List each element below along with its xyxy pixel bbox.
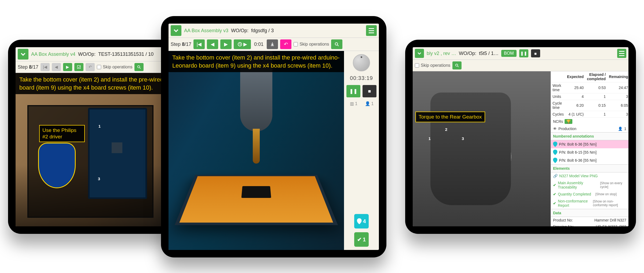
step-first-button: |◀: [41, 63, 50, 71]
link-icon: 🔗: [553, 174, 558, 178]
trophy-icon: 🏆: [565, 119, 572, 124]
check-icon: ✔: [553, 201, 556, 205]
annotation-pin-1[interactable]: 1: [96, 123, 104, 133]
annotation-item[interactable]: P/N: Bolt 6-36 [55 Nm]: [551, 156, 628, 164]
step-prev-button: ◀: [52, 63, 61, 71]
skip-operations-checkbox[interactable]: Skip operations: [294, 42, 329, 47]
skip-operations-checkbox[interactable]: Skip operations: [415, 63, 450, 68]
annotation-pin-1[interactable]: 1: [426, 135, 434, 145]
assembly-title[interactable]: bly v2 , rev …: [427, 51, 456, 56]
stepbar: Step 8/17 |◀ ◀ ▶ ▶ 0:01 ↶ Skip operation…: [169, 38, 379, 51]
svg-rect-0: [77, 65, 80, 68]
svg-point-6: [335, 43, 338, 45]
svg-line-2: [140, 68, 141, 69]
check-icon: ✔: [357, 236, 362, 243]
timer-restart-button[interactable]: ▶: [234, 39, 251, 49]
skip-operations-checkbox[interactable]: Skip operations: [97, 65, 132, 69]
svg-point-3: [456, 64, 458, 66]
table-row: Cycle time6:200:156:05: [551, 100, 628, 111]
data-kv-row: Product No:Hammer Drill N327: [551, 217, 628, 223]
mini-timer: 0:01: [253, 42, 265, 47]
zoom-button[interactable]: [134, 63, 144, 71]
stepbar: Skip operations: [413, 60, 628, 71]
element-item[interactable]: ✔Non-conformance Report [Show on non-con…: [551, 198, 628, 209]
step-next-button[interactable]: ▶: [220, 39, 232, 49]
barrier-icon: ▥: [350, 101, 354, 106]
step-next-button[interactable]: ▶: [63, 63, 72, 71]
annotation-pin-3[interactable]: 3: [95, 175, 103, 186]
annotation-pin-2[interactable]: 2: [442, 126, 450, 136]
menu-button[interactable]: [617, 49, 626, 58]
data-section-title: Data: [551, 209, 628, 217]
step-indicator: Step 8/17: [171, 42, 191, 47]
download-button[interactable]: [267, 39, 278, 49]
wo-value: TEST-135131351531 / 10: [98, 51, 153, 57]
stop-button[interactable]: ■: [363, 85, 376, 97]
wo-label: WO/Op:: [231, 28, 248, 34]
expand-button[interactable]: [171, 25, 181, 36]
annotation-item[interactable]: P/N: Bolt 6-36 [55 Nm]: [551, 140, 628, 148]
annotations-section-title: Numbered annotations: [551, 132, 628, 140]
wo-label: WO/Op:: [459, 51, 476, 56]
eye-icon: 👁: [553, 127, 557, 131]
table-row: Cycles4 (1 U/C)13: [551, 111, 628, 118]
check-icon: ✔: [553, 192, 556, 196]
element-item[interactable]: 🔗N327 Model View PNG: [551, 172, 628, 179]
elapsed-time: 00:33:19: [350, 75, 373, 81]
pause-button[interactable]: ❚❚: [346, 85, 360, 97]
person-icon: 👤: [618, 127, 623, 131]
element-item[interactable]: ✔Quantity Completed [Show on stop]: [551, 191, 628, 198]
expand-button[interactable]: [415, 49, 424, 58]
wo-value: t5t5 / 1…: [479, 51, 499, 56]
assembly-title[interactable]: AA Box Assembly v4: [31, 51, 75, 57]
ncrs-row[interactable]: NCRs 🏆: [551, 118, 628, 125]
elements-section-title: Elements: [551, 164, 628, 172]
wo-value: fdgsdfg / 3: [251, 28, 274, 34]
production-row[interactable]: 👁 Production 👤 1: [551, 125, 628, 132]
zoom-button[interactable]: [452, 61, 462, 69]
assembly-title[interactable]: AA Box Assembly v3: [184, 28, 228, 34]
side-panel: 00:33:19 ❚❚ ■ ▥1 👤1 4 ✔ 1: [344, 51, 379, 250]
element-item[interactable]: ✔Main Assembly Traceability [Show on eve…: [551, 179, 628, 191]
undo-button[interactable]: ↶: [280, 39, 291, 49]
annotation-pin-3[interactable]: 3: [459, 135, 467, 145]
instruction-banner: Take the bottom cover (item 2) and insta…: [169, 51, 344, 72]
wo-label: WO/Op:: [78, 51, 96, 57]
pause-button[interactable]: ❚❚: [519, 49, 528, 57]
zoom-button[interactable]: [331, 39, 342, 49]
hint-box: Use the Philips #2 driver: [39, 125, 85, 142]
step-first-button[interactable]: |◀: [193, 39, 205, 49]
step-image: Take the bottom cover (item 2) and insta…: [169, 51, 344, 250]
bom-button[interactable]: BOM: [501, 50, 516, 57]
green-badge-tile[interactable]: ✔ 1: [354, 232, 369, 247]
stop-button[interactable]: ■: [531, 49, 540, 57]
svg-line-7: [338, 45, 339, 46]
step-image: Torque to the Rear Gearbox 1 2 3: [413, 71, 551, 226]
cyan-badge-tile[interactable]: 4: [354, 214, 369, 228]
svg-point-1: [138, 66, 140, 68]
topbar: AA Box Assembly v3 WO/Op: fdgsdfg / 3: [169, 24, 379, 38]
data-kv-row: Drawing No:HD-FA-N327_R03: [551, 223, 628, 226]
person-icon: 👤: [365, 101, 370, 106]
topbar: bly v2 , rev … WO/Op: t5t5 / 1… BOM ❚❚ ■: [413, 47, 628, 60]
step-indicator: Step 8/17: [18, 64, 38, 70]
svg-line-4: [458, 66, 459, 67]
operator-stats: ▥1 👤1: [347, 101, 376, 106]
table-row: Units413: [551, 93, 628, 100]
step-prev-button[interactable]: ◀: [207, 39, 218, 49]
menu-button[interactable]: [366, 25, 377, 36]
store-button[interactable]: [74, 63, 83, 71]
tablet-center: AA Box Assembly v3 WO/Op: fdgsdfg / 3 St…: [161, 16, 386, 257]
annotation-item[interactable]: P/N: Bolt 6-15 [55 Nm]: [551, 148, 628, 156]
table-row: Work time25:400:5324:47: [551, 82, 628, 93]
expand-button[interactable]: [18, 49, 28, 60]
speed-knob[interactable]: [353, 54, 370, 71]
right-panel: Expected Elapsed / completed Remaining W…: [551, 71, 628, 226]
undo-button: ↶: [86, 63, 95, 71]
metrics-table: Expected Elapsed / completed Remaining W…: [551, 71, 628, 118]
hint-box: Torque to the Rear Gearbox: [415, 112, 485, 122]
tablet-right: bly v2 , rev … WO/Op: t5t5 / 1… BOM ❚❚ ■…: [405, 40, 636, 234]
check-icon: ✔: [553, 183, 556, 187]
